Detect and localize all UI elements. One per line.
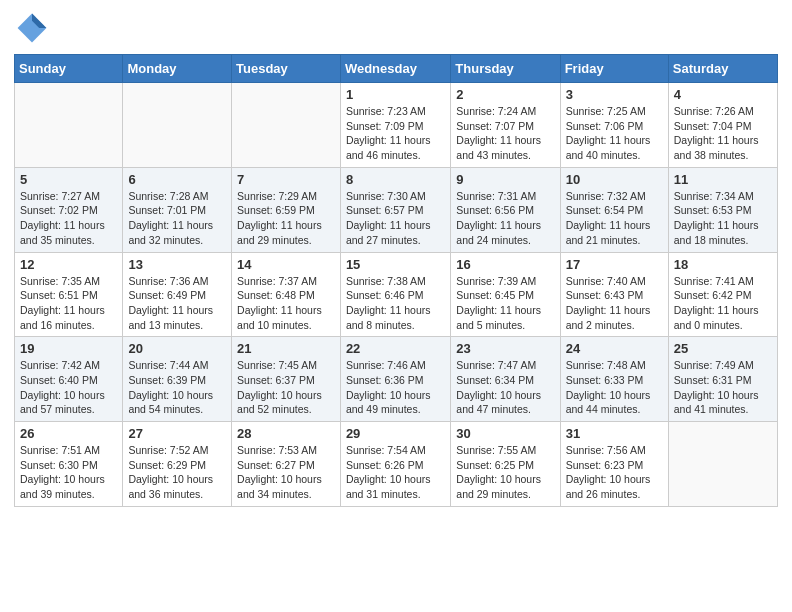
day-number: 14: [237, 257, 335, 272]
day-number: 11: [674, 172, 772, 187]
calendar-cell: 23Sunrise: 7:47 AMSunset: 6:34 PMDayligh…: [451, 337, 560, 422]
day-number: 18: [674, 257, 772, 272]
calendar-header-sunday: Sunday: [15, 55, 123, 83]
day-info: Sunrise: 7:44 AMSunset: 6:39 PMDaylight:…: [128, 358, 226, 417]
day-info: Sunrise: 7:40 AMSunset: 6:43 PMDaylight:…: [566, 274, 663, 333]
calendar-cell: 11Sunrise: 7:34 AMSunset: 6:53 PMDayligh…: [668, 167, 777, 252]
day-number: 8: [346, 172, 445, 187]
calendar-cell: 24Sunrise: 7:48 AMSunset: 6:33 PMDayligh…: [560, 337, 668, 422]
calendar-cell: 19Sunrise: 7:42 AMSunset: 6:40 PMDayligh…: [15, 337, 123, 422]
calendar-cell: 25Sunrise: 7:49 AMSunset: 6:31 PMDayligh…: [668, 337, 777, 422]
day-number: 26: [20, 426, 117, 441]
calendar-header-monday: Monday: [123, 55, 232, 83]
calendar-cell: 28Sunrise: 7:53 AMSunset: 6:27 PMDayligh…: [232, 422, 341, 507]
calendar-cell: 16Sunrise: 7:39 AMSunset: 6:45 PMDayligh…: [451, 252, 560, 337]
calendar-header-wednesday: Wednesday: [340, 55, 450, 83]
calendar-header-row: SundayMondayTuesdayWednesdayThursdayFrid…: [15, 55, 778, 83]
calendar-cell: 6Sunrise: 7:28 AMSunset: 7:01 PMDaylight…: [123, 167, 232, 252]
day-number: 15: [346, 257, 445, 272]
calendar-cell: [668, 422, 777, 507]
day-number: 6: [128, 172, 226, 187]
day-info: Sunrise: 7:32 AMSunset: 6:54 PMDaylight:…: [566, 189, 663, 248]
day-number: 16: [456, 257, 554, 272]
calendar-cell: 10Sunrise: 7:32 AMSunset: 6:54 PMDayligh…: [560, 167, 668, 252]
calendar-cell: [15, 83, 123, 168]
day-info: Sunrise: 7:29 AMSunset: 6:59 PMDaylight:…: [237, 189, 335, 248]
day-info: Sunrise: 7:25 AMSunset: 7:06 PMDaylight:…: [566, 104, 663, 163]
calendar-cell: 31Sunrise: 7:56 AMSunset: 6:23 PMDayligh…: [560, 422, 668, 507]
day-number: 10: [566, 172, 663, 187]
day-info: Sunrise: 7:51 AMSunset: 6:30 PMDaylight:…: [20, 443, 117, 502]
day-number: 31: [566, 426, 663, 441]
day-number: 21: [237, 341, 335, 356]
calendar-cell: 5Sunrise: 7:27 AMSunset: 7:02 PMDaylight…: [15, 167, 123, 252]
day-number: 3: [566, 87, 663, 102]
calendar-cell: 13Sunrise: 7:36 AMSunset: 6:49 PMDayligh…: [123, 252, 232, 337]
day-info: Sunrise: 7:36 AMSunset: 6:49 PMDaylight:…: [128, 274, 226, 333]
day-number: 20: [128, 341, 226, 356]
day-number: 1: [346, 87, 445, 102]
day-number: 19: [20, 341, 117, 356]
calendar-cell: 21Sunrise: 7:45 AMSunset: 6:37 PMDayligh…: [232, 337, 341, 422]
day-info: Sunrise: 7:27 AMSunset: 7:02 PMDaylight:…: [20, 189, 117, 248]
calendar-cell: 18Sunrise: 7:41 AMSunset: 6:42 PMDayligh…: [668, 252, 777, 337]
day-info: Sunrise: 7:56 AMSunset: 6:23 PMDaylight:…: [566, 443, 663, 502]
day-number: 17: [566, 257, 663, 272]
calendar-cell: 1Sunrise: 7:23 AMSunset: 7:09 PMDaylight…: [340, 83, 450, 168]
day-info: Sunrise: 7:41 AMSunset: 6:42 PMDaylight:…: [674, 274, 772, 333]
day-number: 24: [566, 341, 663, 356]
calendar-header-friday: Friday: [560, 55, 668, 83]
day-info: Sunrise: 7:54 AMSunset: 6:26 PMDaylight:…: [346, 443, 445, 502]
day-info: Sunrise: 7:24 AMSunset: 7:07 PMDaylight:…: [456, 104, 554, 163]
day-info: Sunrise: 7:34 AMSunset: 6:53 PMDaylight:…: [674, 189, 772, 248]
calendar-cell: 17Sunrise: 7:40 AMSunset: 6:43 PMDayligh…: [560, 252, 668, 337]
calendar-cell: 26Sunrise: 7:51 AMSunset: 6:30 PMDayligh…: [15, 422, 123, 507]
day-info: Sunrise: 7:42 AMSunset: 6:40 PMDaylight:…: [20, 358, 117, 417]
calendar-cell: [123, 83, 232, 168]
day-info: Sunrise: 7:35 AMSunset: 6:51 PMDaylight:…: [20, 274, 117, 333]
day-number: 23: [456, 341, 554, 356]
day-number: 4: [674, 87, 772, 102]
day-info: Sunrise: 7:45 AMSunset: 6:37 PMDaylight:…: [237, 358, 335, 417]
day-number: 29: [346, 426, 445, 441]
calendar-cell: 15Sunrise: 7:38 AMSunset: 6:46 PMDayligh…: [340, 252, 450, 337]
page: SundayMondayTuesdayWednesdayThursdayFrid…: [0, 0, 792, 612]
calendar-cell: 2Sunrise: 7:24 AMSunset: 7:07 PMDaylight…: [451, 83, 560, 168]
day-info: Sunrise: 7:52 AMSunset: 6:29 PMDaylight:…: [128, 443, 226, 502]
calendar-table: SundayMondayTuesdayWednesdayThursdayFrid…: [14, 54, 778, 507]
calendar-week-1: 5Sunrise: 7:27 AMSunset: 7:02 PMDaylight…: [15, 167, 778, 252]
day-number: 2: [456, 87, 554, 102]
day-number: 22: [346, 341, 445, 356]
day-number: 12: [20, 257, 117, 272]
day-info: Sunrise: 7:31 AMSunset: 6:56 PMDaylight:…: [456, 189, 554, 248]
day-info: Sunrise: 7:48 AMSunset: 6:33 PMDaylight:…: [566, 358, 663, 417]
day-info: Sunrise: 7:23 AMSunset: 7:09 PMDaylight:…: [346, 104, 445, 163]
day-number: 7: [237, 172, 335, 187]
day-info: Sunrise: 7:55 AMSunset: 6:25 PMDaylight:…: [456, 443, 554, 502]
calendar-cell: 9Sunrise: 7:31 AMSunset: 6:56 PMDaylight…: [451, 167, 560, 252]
calendar-cell: 22Sunrise: 7:46 AMSunset: 6:36 PMDayligh…: [340, 337, 450, 422]
calendar-cell: 27Sunrise: 7:52 AMSunset: 6:29 PMDayligh…: [123, 422, 232, 507]
logo-icon: [14, 10, 50, 46]
calendar-cell: [232, 83, 341, 168]
calendar-cell: 30Sunrise: 7:55 AMSunset: 6:25 PMDayligh…: [451, 422, 560, 507]
calendar-header-thursday: Thursday: [451, 55, 560, 83]
calendar-cell: 29Sunrise: 7:54 AMSunset: 6:26 PMDayligh…: [340, 422, 450, 507]
header: [14, 10, 778, 46]
day-info: Sunrise: 7:26 AMSunset: 7:04 PMDaylight:…: [674, 104, 772, 163]
calendar-cell: 12Sunrise: 7:35 AMSunset: 6:51 PMDayligh…: [15, 252, 123, 337]
calendar-cell: 8Sunrise: 7:30 AMSunset: 6:57 PMDaylight…: [340, 167, 450, 252]
day-info: Sunrise: 7:28 AMSunset: 7:01 PMDaylight:…: [128, 189, 226, 248]
day-info: Sunrise: 7:49 AMSunset: 6:31 PMDaylight:…: [674, 358, 772, 417]
logo: [14, 10, 56, 46]
day-number: 13: [128, 257, 226, 272]
calendar-cell: 4Sunrise: 7:26 AMSunset: 7:04 PMDaylight…: [668, 83, 777, 168]
calendar-week-3: 19Sunrise: 7:42 AMSunset: 6:40 PMDayligh…: [15, 337, 778, 422]
day-info: Sunrise: 7:37 AMSunset: 6:48 PMDaylight:…: [237, 274, 335, 333]
day-info: Sunrise: 7:53 AMSunset: 6:27 PMDaylight:…: [237, 443, 335, 502]
calendar-cell: 20Sunrise: 7:44 AMSunset: 6:39 PMDayligh…: [123, 337, 232, 422]
day-number: 28: [237, 426, 335, 441]
day-number: 27: [128, 426, 226, 441]
day-number: 25: [674, 341, 772, 356]
calendar-cell: 14Sunrise: 7:37 AMSunset: 6:48 PMDayligh…: [232, 252, 341, 337]
